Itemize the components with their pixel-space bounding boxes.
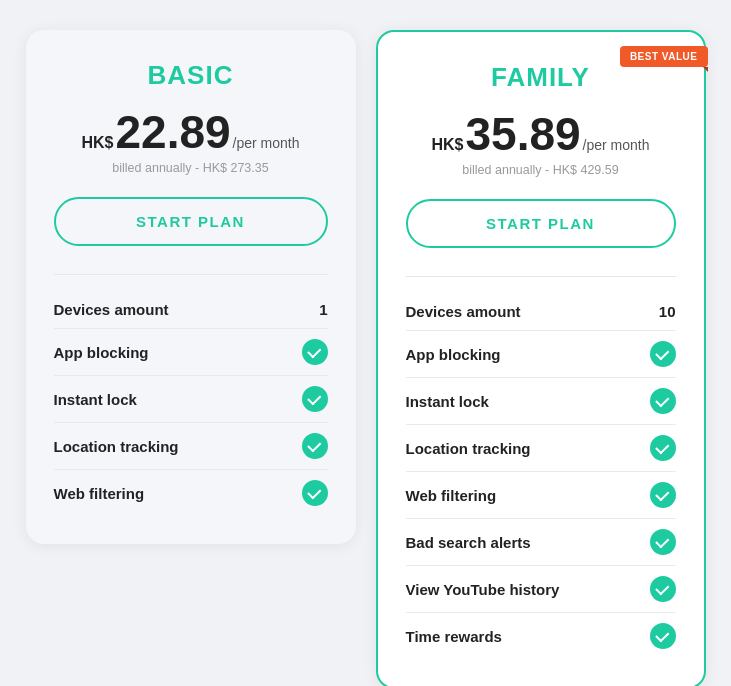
price-currency: HK$ [81,134,113,152]
feature-label: Devices amount [54,301,169,318]
feature-label: View YouTube history [406,581,560,598]
features-list: Devices amount 10 App blocking Instant l… [406,293,676,659]
feature-label: Time rewards [406,628,502,645]
feature-row: Bad search alerts [406,519,676,566]
price-billed: billed annually - HK$ 429.59 [406,163,676,177]
price-row: HK$ 35.89 /per month [406,111,676,157]
feature-label: Web filtering [54,485,145,502]
start-plan-button[interactable]: START PLAN [406,199,676,248]
feature-row: Location tracking [54,423,328,470]
feature-row: Devices amount 10 [406,293,676,331]
feature-row: Instant lock [54,376,328,423]
features-list: Devices amount 1 App blocking Instant lo… [54,291,328,516]
feature-label: App blocking [54,344,149,361]
check-icon [650,388,676,414]
price-row: HK$ 22.89 /per month [54,109,328,155]
best-value-badge: BEST VALUE [620,46,708,67]
start-plan-button[interactable]: START PLAN [54,197,328,246]
plan-title: BASIC [54,60,328,91]
check-icon [302,339,328,365]
price-amount: 35.89 [465,111,580,157]
feature-row: App blocking [54,329,328,376]
check-icon [302,433,328,459]
check-icon [302,386,328,412]
check-icon [650,623,676,649]
check-icon [650,435,676,461]
feature-row: View YouTube history [406,566,676,613]
feature-label: Instant lock [54,391,137,408]
feature-value: 1 [319,301,327,318]
feature-row: Instant lock [406,378,676,425]
feature-label: Instant lock [406,393,489,410]
feature-row: Devices amount 1 [54,291,328,329]
feature-label: Bad search alerts [406,534,531,551]
price-period: /per month [583,137,650,153]
feature-label: Web filtering [406,487,497,504]
price-period: /per month [233,135,300,151]
check-icon [650,576,676,602]
feature-label: Devices amount [406,303,521,320]
plan-card-basic: BASIC HK$ 22.89 /per month billed annual… [26,30,356,544]
feature-label: App blocking [406,346,501,363]
divider [406,276,676,277]
check-icon [650,529,676,555]
feature-label: Location tracking [406,440,531,457]
feature-row: Web filtering [406,472,676,519]
check-icon [650,482,676,508]
check-icon [302,480,328,506]
plan-card-family: BEST VALUE FAMILY HK$ 35.89 /per month b… [376,30,706,686]
feature-row: App blocking [406,331,676,378]
price-amount: 22.89 [115,109,230,155]
check-icon [650,341,676,367]
feature-row: Time rewards [406,613,676,659]
divider [54,274,328,275]
feature-row: Location tracking [406,425,676,472]
price-billed: billed annually - HK$ 273.35 [54,161,328,175]
plans-container: BASIC HK$ 22.89 /per month billed annual… [6,0,726,686]
feature-value: 10 [659,303,676,320]
feature-label: Location tracking [54,438,179,455]
feature-row: Web filtering [54,470,328,516]
price-currency: HK$ [431,136,463,154]
